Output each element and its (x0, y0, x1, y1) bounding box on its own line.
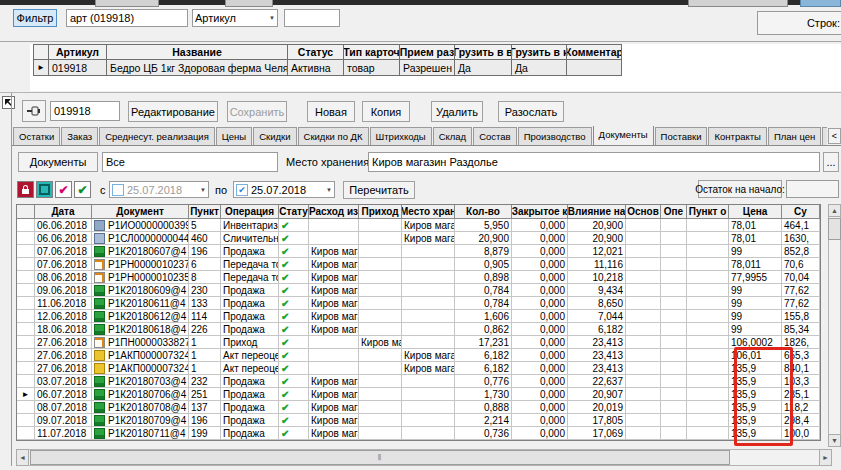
inventory-icon (94, 220, 105, 231)
cell-operation: Продажа (221, 401, 279, 414)
cell-price: 78,01 (729, 219, 782, 232)
delete-button[interactable]: Удалить (431, 101, 483, 122)
tab-1[interactable]: Остатки (13, 127, 60, 145)
column-selector-combo[interactable]: Артикул▼ (192, 9, 278, 27)
sale-icon (94, 428, 105, 439)
tab-scroll-left-button[interactable]: < (828, 128, 841, 144)
cell-text: 6,182 (484, 350, 509, 361)
magenta-check-button[interactable]: ✔ (55, 181, 72, 198)
tab-14[interactable]: План цен (768, 127, 821, 145)
tab-5[interactable]: Скидки (253, 127, 296, 145)
cell-ope (661, 219, 687, 232)
scope-field[interactable]: Все (102, 152, 278, 172)
cell-text: Киров магаз (311, 402, 359, 413)
horizontal-scroll-thumb[interactable]: ⦀ (30, 450, 730, 465)
column-header-punkt: Пункт (189, 205, 221, 219)
tab-2[interactable]: Заказ (61, 127, 98, 145)
cell-text: 1 (191, 337, 197, 348)
tab-7[interactable]: Штрихкоды (370, 127, 432, 145)
send-button[interactable]: Разослать (498, 101, 564, 122)
stop-filter-button[interactable] (36, 181, 53, 198)
pin-button[interactable] (22, 100, 46, 122)
table-row[interactable]: 06.06.2018Р1СЛ0000000044460Сличительн✔Ки… (17, 232, 820, 245)
table-row[interactable]: ►06.07.2018Р1К20180706@4251Продажа✔Киров… (17, 388, 820, 401)
documents-button[interactable]: Документы (18, 152, 98, 172)
cell-document: Р1РН0000010237 (92, 258, 189, 271)
date-from-checkbox[interactable] (112, 184, 124, 196)
scroll-left-button[interactable]: ◄ (16, 449, 29, 466)
storage-field[interactable]: Киров магазин Раздолье (368, 152, 820, 172)
article-code-field[interactable]: 019918 (50, 101, 120, 121)
copy-button[interactable]: Копия (362, 101, 410, 122)
cell-text: 0,000 (540, 233, 565, 244)
cell-date: 27.06.2018 (35, 362, 92, 375)
table-row[interactable]: 08.07.2018Р1К20180708@4137Продажа✔Киров … (17, 401, 820, 414)
scroll-up-button[interactable]: ▲ (828, 204, 841, 217)
table-row[interactable]: 08.06.2018Р1РН00000102358Передача то✔Кир… (17, 271, 820, 284)
table-row[interactable]: 11.07.2018Р1К20180711@4199Продажа✔Киров … (17, 427, 820, 440)
cell-closed: 0,000 (512, 219, 568, 232)
table-row[interactable]: 27.06.2018Р1ПН00000338271Приход✔Киров ма… (17, 336, 820, 349)
tab-15[interactable]: История цен (822, 127, 827, 145)
table-row[interactable]: 03.07.2018Р1К20180703@4232Продажа✔Киров … (17, 375, 820, 388)
date-from-combo[interactable]: 25.07.2018 ▼ (109, 181, 209, 198)
edit-button[interactable]: Редактирование (128, 101, 218, 122)
status-ok-icon: ✔ (281, 337, 289, 348)
filter-value-field[interactable]: арт (019918) (66, 9, 188, 27)
tab-4[interactable]: Цены (216, 127, 252, 145)
row-selector-cell (17, 219, 35, 232)
vertical-scrollbar[interactable] (828, 204, 841, 447)
cell-outflow (309, 336, 359, 349)
table-row[interactable]: 07.06.2018Р1К20180607@4196Продажа✔Киров … (17, 245, 820, 258)
table-row[interactable]: 07.06.2018Р1РН00000102376Передача то✔Кир… (17, 258, 820, 271)
table-row[interactable]: 18.06.2018Р1К20180618@4226Продажа✔Киров … (17, 323, 820, 336)
table-row[interactable]: 09.07.2018Р1К20180709@4196Продажа✔Киров … (17, 414, 820, 427)
table-row[interactable]: 11.06.2018Р1К20180611@4133Продажа✔Киров … (17, 297, 820, 310)
table-row[interactable]: 09.06.2018Р1К20180609@4230Продажа✔Киров … (17, 284, 820, 297)
cell-text: Киров магаз (311, 298, 359, 309)
green-check-button[interactable]: ✔ (74, 181, 91, 198)
column-header-osnov: Основ (626, 205, 661, 219)
table-row[interactable]: 12.06.2018Р1К20180612@4114Продажа✔Киров … (17, 310, 820, 323)
column-header: Грузить в в (455, 44, 512, 60)
opening-balance-button[interactable]: Остаток на начало: (698, 180, 782, 198)
cell-influence: 8,650 (568, 297, 626, 310)
date-to-combo[interactable]: ✔ 25.07.2018 ▼ (233, 181, 335, 198)
storage-browse-button[interactable]: ... (823, 152, 839, 172)
collapse-panel-button[interactable] (2, 96, 15, 109)
cell-osnov (626, 258, 661, 271)
cell-location: Киров магаз (402, 219, 455, 232)
table-row[interactable]: 06.06.2018Р1ИО00000003995Инвентариз✔Киро… (17, 219, 820, 232)
cutoff-button-fragment (688, 0, 788, 7)
cell-text: Инвентариз (223, 220, 278, 231)
tab-10[interactable]: Производство (518, 127, 592, 145)
column-header: Комментар (567, 44, 622, 60)
search-input[interactable] (284, 9, 340, 27)
product-grid-row[interactable]: ►019918Бедро ЦБ 1кг Здоровая ферма Челяб… (34, 60, 622, 76)
opening-balance-field[interactable] (786, 180, 839, 198)
tab-8[interactable]: Склад (433, 127, 473, 145)
tab-3[interactable]: Среднесут. реализация (99, 127, 215, 145)
vertical-scroll-thumb[interactable] (828, 218, 841, 240)
cell-text: 8,879 (484, 246, 509, 257)
cell-text: 12.06.2018 (37, 311, 87, 322)
tab-9[interactable]: Состав (473, 127, 516, 145)
scroll-right-button[interactable]: ► (819, 449, 832, 466)
scroll-down-button[interactable]: ▼ (828, 434, 841, 447)
new-button[interactable]: Новая (307, 101, 355, 122)
table-row[interactable]: 27.06.2018Р1АКП00000732451Акт переоце✔Ки… (17, 349, 820, 362)
reread-button[interactable]: Перечитать (343, 181, 415, 199)
tab-12[interactable]: Поставки (655, 127, 708, 145)
row-selector-cell (17, 258, 35, 271)
filter-button[interactable]: Фильтр (13, 9, 57, 27)
lock-button[interactable] (17, 181, 34, 198)
cell-text: Киров магаз (311, 376, 359, 387)
date-to-checkbox[interactable]: ✔ (236, 184, 248, 196)
tab-6[interactable]: Скидки по ДК (298, 127, 369, 145)
cell-closed: 0,000 (512, 401, 568, 414)
tab-11[interactable]: Документы (593, 126, 654, 145)
product-cell: Бедро ЦБ 1кг Здоровая ферма Челябинск (107, 60, 288, 76)
table-row[interactable]: 27.06.2018Р1АКП00000732461Акт переоце✔Ки… (17, 362, 820, 375)
save-button[interactable]: Сохранить (227, 101, 287, 122)
tab-13[interactable]: Контракты (708, 127, 766, 145)
